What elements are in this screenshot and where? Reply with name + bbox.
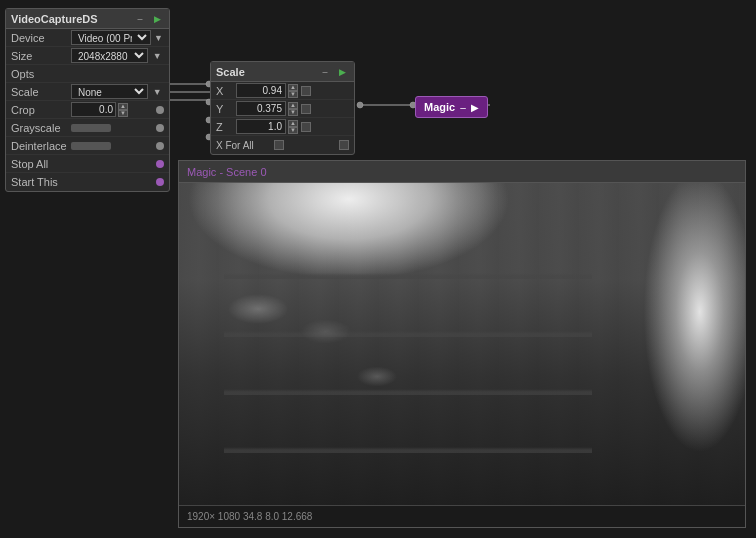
scale-x-row: X 0.94 ▲ ▼ [211, 82, 354, 100]
crop-stepper: ▲ ▼ [118, 103, 128, 117]
size-dropdown-icon[interactable]: ▼ [150, 49, 164, 63]
magic-label: Magic [424, 101, 455, 113]
scale-x-checkbox[interactable] [301, 86, 311, 96]
grayscale-indicator [156, 124, 164, 132]
camera-scene [179, 183, 745, 505]
scale-header: Scale – ▶ [211, 62, 354, 82]
scale-expand-icon[interactable]: ▶ [335, 65, 349, 79]
scale-label: Scale [11, 86, 71, 98]
device-row: Device Video (00 Pro C... ▼ [6, 29, 169, 47]
start-this-row: Start This [6, 173, 169, 191]
start-this-toggle[interactable] [156, 178, 164, 186]
opts-label: Opts [11, 68, 71, 80]
preview-title: Magic - Scene 0 [187, 166, 267, 178]
scale-y-label: Y [216, 103, 236, 115]
scale-dropdown-icon[interactable]: ▼ [150, 85, 164, 99]
magic-arrow-icon[interactable]: ▶ [471, 102, 479, 113]
scale-x-stepper: ▲ ▼ [288, 84, 298, 98]
size-select[interactable]: 2048x2880 [71, 48, 148, 63]
grayscale-checkbox[interactable] [71, 124, 111, 132]
scale-z-input[interactable]: 1.0 [236, 119, 286, 134]
scale-panel: Scale – ▶ X 0.94 ▲ ▼ Y 0.375 ▲ ▼ Z 1.0 ▲… [210, 61, 355, 155]
scale-y-checkbox[interactable] [301, 104, 311, 114]
panel-header: VideoCaptureDS – ▶ [6, 9, 169, 29]
scale-x-input[interactable]: 0.94 [236, 83, 286, 98]
header-icons: – ▶ [133, 12, 164, 26]
device-select[interactable]: Video (00 Pro C... [71, 30, 151, 45]
scale-y-down[interactable]: ▼ [288, 109, 298, 116]
grayscale-row: Grayscale [6, 119, 169, 137]
scale-xforall-checkbox[interactable] [274, 140, 284, 150]
deinterlace-checkbox[interactable] [71, 142, 111, 150]
size-row: Size 2048x2880 ▼ [6, 47, 169, 65]
grayscale-label: Grayscale [11, 122, 71, 134]
scale-panel-title: Scale [216, 66, 245, 78]
stop-all-row: Stop All [6, 155, 169, 173]
scale-select[interactable]: None [71, 84, 148, 99]
scale-minimize-icon[interactable]: – [318, 65, 332, 79]
expand-icon[interactable]: ▶ [150, 12, 164, 26]
deinterlace-indicator [156, 142, 164, 150]
scale-xforall-label: X For All [216, 140, 271, 151]
scale-z-label: Z [216, 121, 236, 133]
stop-all-toggle[interactable] [156, 160, 164, 168]
crop-indicator [156, 106, 164, 114]
scale-xforall-checkbox2[interactable] [339, 140, 349, 150]
minimize-icon[interactable]: – [133, 12, 147, 26]
scale-row: Scale None ▼ [6, 83, 169, 101]
scale-z-up[interactable]: ▲ [288, 120, 298, 127]
device-dropdown-icon[interactable]: ▼ [153, 31, 164, 45]
deinterlace-label: Deinterlace [11, 140, 71, 152]
start-this-label: Start This [11, 176, 71, 188]
scale-x-label: X [216, 85, 236, 97]
opts-row: Opts [6, 65, 169, 83]
scale-z-checkbox[interactable] [301, 122, 311, 132]
video-capture-panel: VideoCaptureDS – ▶ Device Video (00 Pro … [5, 8, 170, 192]
scale-y-up[interactable]: ▲ [288, 102, 298, 109]
stop-all-label: Stop All [11, 158, 71, 170]
magic-panel: Magic – ▶ [415, 96, 488, 118]
preview-title-text: Magic - Scene [187, 166, 260, 178]
scale-z-down[interactable]: ▼ [288, 127, 298, 134]
scale-x-up[interactable]: ▲ [288, 84, 298, 91]
crop-label: Crop [11, 104, 71, 116]
magic-minus-icon[interactable]: – [460, 102, 466, 113]
scale-x-down[interactable]: ▼ [288, 91, 298, 98]
scale-header-icons: – ▶ [318, 65, 349, 79]
deinterlace-row: Deinterlace [6, 137, 169, 155]
scale-y-row: Y 0.375 ▲ ▼ [211, 100, 354, 118]
scale-z-stepper: ▲ ▼ [288, 120, 298, 134]
crop-down[interactable]: ▼ [118, 110, 128, 117]
crop-input[interactable]: 0.0 [71, 102, 116, 117]
crop-up[interactable]: ▲ [118, 103, 128, 110]
preview-scene-number: 0 [260, 166, 266, 178]
crop-row: Crop 0.0 ▲ ▼ [6, 101, 169, 119]
scale-xforall-row: X For All [211, 136, 354, 154]
preview-footer: 1920× 1080 34.8 8.0 12.668 [179, 505, 745, 527]
scale-y-input[interactable]: 0.375 [236, 101, 286, 116]
preview-info: 1920× 1080 34.8 8.0 12.668 [187, 511, 312, 522]
device-label: Device [11, 32, 71, 44]
preview-header: Magic - Scene 0 [179, 161, 745, 183]
preview-image [179, 183, 745, 505]
scale-y-stepper: ▲ ▼ [288, 102, 298, 116]
svg-point-4 [357, 102, 363, 108]
scale-z-row: Z 1.0 ▲ ▼ [211, 118, 354, 136]
size-label: Size [11, 50, 71, 62]
preview-container: Magic - Scene 0 1920× 1080 34.8 8.0 12.6… [178, 160, 746, 528]
panel-title: VideoCaptureDS [11, 13, 98, 25]
